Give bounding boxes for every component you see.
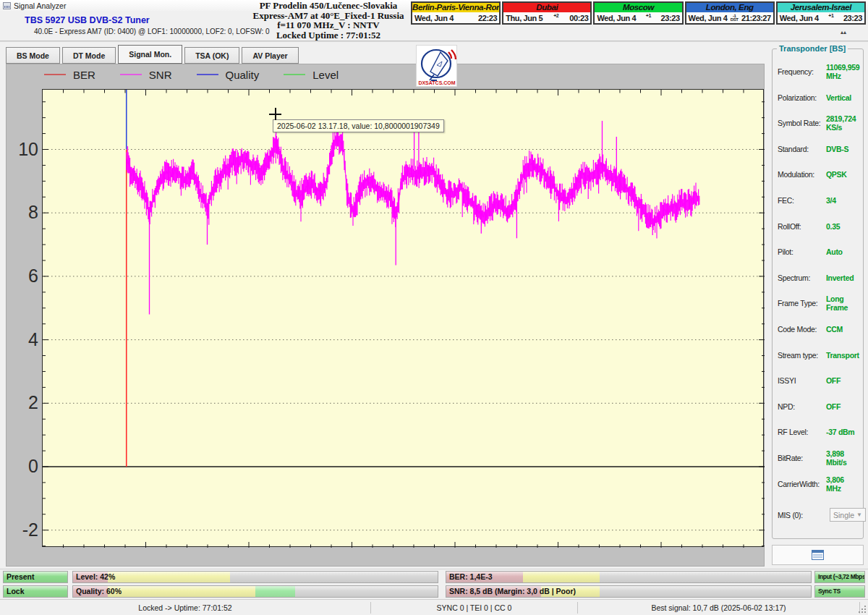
transponder-value: Transport <box>826 351 859 360</box>
clock-utc-offset: +2 <box>542 13 569 18</box>
legend-label: BER <box>73 69 95 81</box>
legend-line-icon <box>44 74 66 75</box>
transponder-row: Symbol Rate:2819,724 KS/s <box>778 118 859 128</box>
tab-tsa-ok-[interactable]: TSA (OK) <box>184 47 239 64</box>
transponder-row: CarrierWidth:3,806 MHz <box>778 479 859 489</box>
meter-ber: BER: 1,4E-3 <box>446 571 812 583</box>
tuner-name: TBS 5927 USB DVB-S2 Tuner <box>25 15 270 25</box>
transponder-value: DVB-S <box>826 145 848 153</box>
tuner-details: 40.0E - Express AM7 (ID: 0400) @ LOF1: 1… <box>34 27 270 35</box>
statusbar-best-signal: Best signal: 10,7 dB (2025-06-02 13:17) <box>578 600 859 615</box>
signal-chart-panel: BERSNRQualityLevel 1086420-2 <box>6 64 765 567</box>
indicator-lock: Lock <box>3 585 68 598</box>
signal-status-bars: PresentLockInput (~3,72 Mbps)Sync TSLeve… <box>0 569 868 599</box>
transponder-row: Standard:DVB-S <box>778 144 859 154</box>
axis-ticks <box>43 90 765 548</box>
transponder-label: NPD: <box>778 402 826 411</box>
transponder-label: Frame Type: <box>778 299 826 308</box>
dxsatcs-logo: DXSATCS.COM <box>416 45 457 87</box>
y-axis-label: -2 <box>8 520 38 539</box>
statusbar: Locked -> Uptime: 77:01:52 SYNC 0 | TEI … <box>0 599 868 615</box>
transponder-value: 0.35 <box>826 222 840 231</box>
clock-utc-offset: +1 <box>819 13 843 18</box>
snr-plot[interactable] <box>42 89 764 547</box>
indicator-sync-ts: Sync TS <box>814 585 865 598</box>
transponder-value: Inverted <box>826 273 854 282</box>
tab-dt-mode[interactable]: DT Mode <box>62 47 116 64</box>
station-line-4: Locked Uptime : 77:01:52 <box>244 30 412 41</box>
app-icon <box>3 2 11 9</box>
transponder-label: CarrierWidth: <box>778 480 826 488</box>
transponder-label: RF Level: <box>778 428 826 436</box>
station-line-3: f=11 070 MHz_V : NNTV <box>244 20 412 30</box>
clock-date: Wed, Jun 4 <box>780 14 819 22</box>
transponder-row: BitRate:3,898 Mbit/s <box>778 453 859 463</box>
transponder-label: Frequency: <box>778 67 826 76</box>
clock-time-row: Wed, Jun 4-1DST21:23:27 <box>686 12 773 23</box>
statusbar-uptime: Locked -> Uptime: 77:01:52 <box>0 600 370 615</box>
clock-2: MoscowWed, Jun 4+123:23 <box>593 1 683 25</box>
indicator-input-3-72-mbps-: Input (~3,72 Mbps) <box>814 571 865 583</box>
mis-dropdown[interactable]: Single▼ <box>830 508 866 522</box>
legend-label: Quality <box>226 69 260 81</box>
world-clocks: Berlin-Paris-Vienna-RomaWed, Jun 422:23D… <box>411 1 866 25</box>
transponder-label: Symbol Rate: <box>778 119 826 127</box>
clock-4: Jerusalem-IsraelWed, Jun 4+123:23 <box>776 1 866 25</box>
transponder-row: RF Level:-37 dBm <box>778 427 859 437</box>
resize-grip[interactable] <box>858 605 867 614</box>
clock-city-label: Jerusalem-Israel <box>778 3 864 12</box>
tab-signal-mon-[interactable]: Signal Mon. <box>118 45 182 64</box>
transponder-panel: Transponder [BS] Frequency:11069,959 MHz… <box>768 42 867 567</box>
transponder-label: Code Mode: <box>778 325 826 334</box>
clock-0: Berlin-Paris-Vienna-RomaWed, Jun 422:23 <box>411 1 501 25</box>
transponder-title: Transponder [BS] <box>777 44 848 53</box>
station-line-2: Express-AM7 at 40°E_Fixed-1 Russia <box>244 11 412 21</box>
tab-av-player[interactable]: AV Player <box>242 47 298 64</box>
clock-date: Wed, Jun 4 <box>689 14 728 22</box>
clock-city-label: Dubai <box>503 3 590 12</box>
ts-list-icon <box>812 550 824 560</box>
clock-city-label: Moscow <box>595 3 681 12</box>
transponder-row: Stream type:Transport <box>778 350 859 360</box>
clock-city-label: Berlin-Paris-Vienna-Roma <box>412 3 499 12</box>
clock-utc-offset: +1 <box>636 13 660 18</box>
legend-label: Level <box>312 69 339 81</box>
transponder-row: FEC:3/4 <box>778 195 859 205</box>
legend-item-level: Level <box>284 69 339 81</box>
clock-time-row: Wed, Jun 4+123:23 <box>595 12 681 23</box>
meter-snr: SNR: 8,5 dB (Margin: 3,0 dB | Poor) <box>446 585 812 598</box>
statusbar-sync: SYNC 0 | TEI 0 | CC 0 <box>371 600 577 615</box>
clock-date: Wed, Jun 4 <box>597 14 636 22</box>
ts-list-button[interactable] <box>772 545 864 565</box>
transponder-value: OFF <box>826 376 841 385</box>
mis-label: MIS (0): <box>778 511 826 519</box>
transponder-value: 11069,959 MHz <box>826 63 859 80</box>
clock-date: Wed, Jun 4 <box>414 14 454 22</box>
transponder-row: Code Mode:CCM <box>778 324 859 334</box>
transponder-row: Modulation:QPSK <box>778 169 859 179</box>
station-line-1: PF Prodelin 450/Lučenec-Slovakia <box>244 1 412 11</box>
transponder-row: RollOff:0.35 <box>778 221 859 232</box>
y-axis-label: 8 <box>8 203 38 221</box>
mis-value: Single <box>833 511 854 519</box>
clock-time: 21:23:27 <box>741 14 771 22</box>
transponder-label: RollOff: <box>778 222 826 231</box>
legend-item-snr: SNR <box>120 69 172 81</box>
clock-time-row: Wed, Jun 4+123:23 <box>778 12 864 23</box>
mis-row: MIS (0):Single▼ <box>778 510 859 520</box>
legend-item-ber: BER <box>44 69 95 81</box>
clock-time-row: Wed, Jun 422:23 <box>412 12 499 23</box>
clock-date: Thu, Jun 5 <box>506 14 542 22</box>
clock-time: 23:23 <box>843 14 862 22</box>
clock-time: 22:23 <box>478 14 497 22</box>
chart-tooltip: 2025-06-02 13.17.18, value: 10,800000190… <box>273 119 444 132</box>
chart-legend: BERSNRQualityLevel <box>44 67 339 82</box>
chevron-down-icon: ▼ <box>856 512 862 518</box>
transponder-value: 3,898 Mbit/s <box>826 449 859 467</box>
clock-3: London, EngWed, Jun 4-1DST21:23:27 <box>685 1 775 25</box>
mode-tabs: BS ModeDT ModeSignal Mon.TSA (OK)AV Play… <box>6 45 299 64</box>
transponder-groupbox: Transponder [BS] Frequency:11069,959 MHz… <box>772 48 864 539</box>
transponder-value: 3,806 MHz <box>826 475 859 493</box>
tab-bs-mode[interactable]: BS Mode <box>6 47 60 64</box>
logo-text: DXSATCS.COM <box>418 80 455 85</box>
